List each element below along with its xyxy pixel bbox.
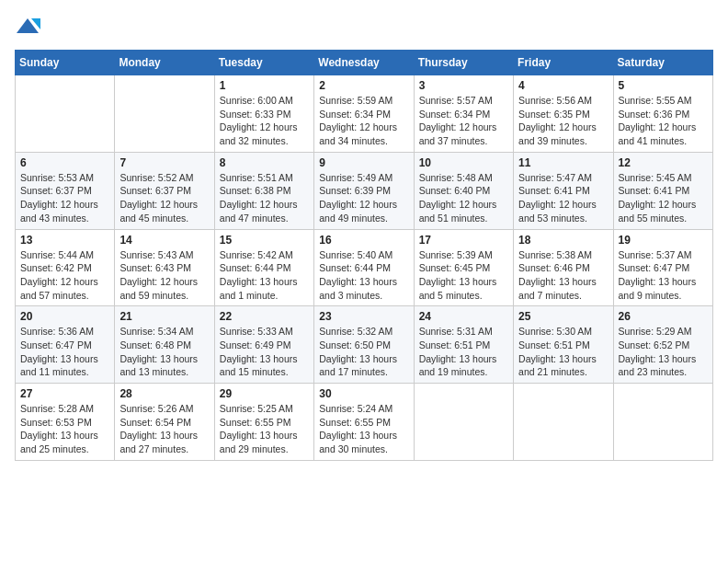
day-info: Sunrise: 5:37 AM Sunset: 6:47 PM Dayligh… <box>619 248 708 303</box>
calendar-cell: 22Sunrise: 5:33 AM Sunset: 6:49 PM Dayli… <box>214 306 313 384</box>
weekday-header: Monday <box>115 51 214 75</box>
calendar-cell: 4Sunrise: 5:56 AM Sunset: 6:35 PM Daylig… <box>514 75 613 153</box>
weekday-header: Sunday <box>16 51 115 75</box>
day-number: 14 <box>119 234 209 247</box>
day-number: 12 <box>619 156 708 169</box>
calendar-cell: 14Sunrise: 5:43 AM Sunset: 6:43 PM Dayli… <box>115 229 214 306</box>
day-number: 11 <box>518 156 608 169</box>
day-number: 5 <box>619 79 708 92</box>
day-info: Sunrise: 5:33 AM Sunset: 6:49 PM Dayligh… <box>220 325 309 379</box>
day-number: 26 <box>619 310 708 323</box>
day-number: 9 <box>319 156 408 169</box>
day-info: Sunrise: 5:49 AM Sunset: 6:39 PM Dayligh… <box>319 171 408 225</box>
calendar-week-row: 13Sunrise: 5:44 AM Sunset: 6:42 PM Dayli… <box>16 229 713 306</box>
calendar-week-row: 1Sunrise: 6:00 AM Sunset: 6:33 PM Daylig… <box>16 75 713 153</box>
day-info: Sunrise: 5:42 AM Sunset: 6:44 PM Dayligh… <box>220 248 309 303</box>
calendar-cell: 15Sunrise: 5:42 AM Sunset: 6:44 PM Dayli… <box>214 229 313 306</box>
day-number: 13 <box>20 234 109 247</box>
calendar-cell: 5Sunrise: 5:55 AM Sunset: 6:36 PM Daylig… <box>613 75 712 153</box>
calendar-cell: 25Sunrise: 5:30 AM Sunset: 6:51 PM Dayli… <box>514 306 613 384</box>
day-info: Sunrise: 5:48 AM Sunset: 6:40 PM Dayligh… <box>419 171 508 225</box>
calendar-table: SundayMondayTuesdayWednesdayThursdayFrid… <box>15 50 713 461</box>
calendar-cell: 23Sunrise: 5:32 AM Sunset: 6:50 PM Dayli… <box>314 306 414 384</box>
day-number: 2 <box>319 79 408 92</box>
day-number: 24 <box>419 310 508 323</box>
day-info: Sunrise: 5:52 AM Sunset: 6:37 PM Dayligh… <box>119 171 209 225</box>
day-info: Sunrise: 5:40 AM Sunset: 6:44 PM Dayligh… <box>319 248 408 303</box>
weekday-header: Saturday <box>613 51 712 75</box>
day-number: 29 <box>220 387 309 400</box>
day-number: 30 <box>319 387 408 400</box>
calendar-cell: 27Sunrise: 5:28 AM Sunset: 6:53 PM Dayli… <box>16 384 115 461</box>
calendar-cell <box>115 75 214 153</box>
calendar-cell: 20Sunrise: 5:36 AM Sunset: 6:47 PM Dayli… <box>16 306 115 384</box>
day-number: 27 <box>20 387 109 400</box>
calendar-cell: 30Sunrise: 5:24 AM Sunset: 6:55 PM Dayli… <box>314 384 414 461</box>
calendar-week-row: 20Sunrise: 5:36 AM Sunset: 6:47 PM Dayli… <box>16 306 713 384</box>
calendar-cell: 24Sunrise: 5:31 AM Sunset: 6:51 PM Dayli… <box>414 306 513 384</box>
calendar-week-row: 27Sunrise: 5:28 AM Sunset: 6:53 PM Dayli… <box>16 384 713 461</box>
day-number: 21 <box>119 310 209 323</box>
weekday-header: Friday <box>514 51 613 75</box>
day-info: Sunrise: 5:28 AM Sunset: 6:53 PM Dayligh… <box>20 402 109 456</box>
weekday-header: Thursday <box>414 51 513 75</box>
day-number: 20 <box>20 310 109 323</box>
logo <box>15 15 42 40</box>
day-info: Sunrise: 5:43 AM Sunset: 6:43 PM Dayligh… <box>119 248 209 303</box>
day-number: 1 <box>220 79 309 92</box>
day-info: Sunrise: 5:34 AM Sunset: 6:48 PM Dayligh… <box>119 325 209 379</box>
weekday-header: Wednesday <box>314 51 414 75</box>
calendar-cell: 21Sunrise: 5:34 AM Sunset: 6:48 PM Dayli… <box>115 306 214 384</box>
day-number: 19 <box>619 234 708 247</box>
logo-icon <box>15 15 40 40</box>
day-info: Sunrise: 5:55 AM Sunset: 6:36 PM Dayligh… <box>619 94 708 148</box>
day-number: 16 <box>319 234 408 247</box>
calendar-cell: 17Sunrise: 5:39 AM Sunset: 6:45 PM Dayli… <box>414 229 513 306</box>
calendar-header-row: SundayMondayTuesdayWednesdayThursdayFrid… <box>16 51 713 75</box>
calendar-cell: 6Sunrise: 5:53 AM Sunset: 6:37 PM Daylig… <box>16 152 115 229</box>
day-info: Sunrise: 5:29 AM Sunset: 6:52 PM Dayligh… <box>619 325 708 379</box>
day-number: 6 <box>20 156 109 169</box>
day-number: 23 <box>319 310 408 323</box>
day-info: Sunrise: 5:57 AM Sunset: 6:34 PM Dayligh… <box>419 94 508 148</box>
day-info: Sunrise: 5:36 AM Sunset: 6:47 PM Dayligh… <box>20 325 109 379</box>
day-number: 7 <box>119 156 209 169</box>
day-info: Sunrise: 5:26 AM Sunset: 6:54 PM Dayligh… <box>119 402 209 456</box>
day-number: 17 <box>419 234 508 247</box>
calendar-week-row: 6Sunrise: 5:53 AM Sunset: 6:37 PM Daylig… <box>16 152 713 229</box>
calendar-cell: 26Sunrise: 5:29 AM Sunset: 6:52 PM Dayli… <box>613 306 712 384</box>
day-number: 3 <box>419 79 508 92</box>
day-number: 18 <box>518 234 608 247</box>
calendar-cell: 7Sunrise: 5:52 AM Sunset: 6:37 PM Daylig… <box>115 152 214 229</box>
calendar-cell: 18Sunrise: 5:38 AM Sunset: 6:46 PM Dayli… <box>514 229 613 306</box>
day-info: Sunrise: 5:53 AM Sunset: 6:37 PM Dayligh… <box>20 171 109 225</box>
calendar-cell: 2Sunrise: 5:59 AM Sunset: 6:34 PM Daylig… <box>314 75 414 153</box>
calendar-cell <box>613 384 712 461</box>
calendar-cell: 8Sunrise: 5:51 AM Sunset: 6:38 PM Daylig… <box>214 152 313 229</box>
day-number: 15 <box>220 234 309 247</box>
calendar-cell: 9Sunrise: 5:49 AM Sunset: 6:39 PM Daylig… <box>314 152 414 229</box>
day-info: Sunrise: 5:25 AM Sunset: 6:55 PM Dayligh… <box>220 402 309 456</box>
calendar-cell: 29Sunrise: 5:25 AM Sunset: 6:55 PM Dayli… <box>214 384 313 461</box>
day-info: Sunrise: 6:00 AM Sunset: 6:33 PM Dayligh… <box>220 94 309 148</box>
day-info: Sunrise: 5:45 AM Sunset: 6:41 PM Dayligh… <box>619 171 708 225</box>
calendar-cell: 3Sunrise: 5:57 AM Sunset: 6:34 PM Daylig… <box>414 75 513 153</box>
calendar-cell: 12Sunrise: 5:45 AM Sunset: 6:41 PM Dayli… <box>613 152 712 229</box>
day-info: Sunrise: 5:24 AM Sunset: 6:55 PM Dayligh… <box>319 402 408 456</box>
day-number: 28 <box>119 387 209 400</box>
day-info: Sunrise: 5:56 AM Sunset: 6:35 PM Dayligh… <box>518 94 608 148</box>
calendar-cell: 1Sunrise: 6:00 AM Sunset: 6:33 PM Daylig… <box>214 75 313 153</box>
day-number: 10 <box>419 156 508 169</box>
day-info: Sunrise: 5:47 AM Sunset: 6:41 PM Dayligh… <box>518 171 608 225</box>
day-info: Sunrise: 5:59 AM Sunset: 6:34 PM Dayligh… <box>319 94 408 148</box>
calendar-cell <box>414 384 513 461</box>
day-number: 8 <box>220 156 309 169</box>
day-number: 25 <box>518 310 608 323</box>
day-info: Sunrise: 5:32 AM Sunset: 6:50 PM Dayligh… <box>319 325 408 379</box>
calendar-cell: 10Sunrise: 5:48 AM Sunset: 6:40 PM Dayli… <box>414 152 513 229</box>
day-info: Sunrise: 5:51 AM Sunset: 6:38 PM Dayligh… <box>220 171 309 225</box>
calendar-cell: 28Sunrise: 5:26 AM Sunset: 6:54 PM Dayli… <box>115 384 214 461</box>
calendar-cell: 11Sunrise: 5:47 AM Sunset: 6:41 PM Dayli… <box>514 152 613 229</box>
weekday-header: Tuesday <box>214 51 313 75</box>
calendar-cell <box>514 384 613 461</box>
